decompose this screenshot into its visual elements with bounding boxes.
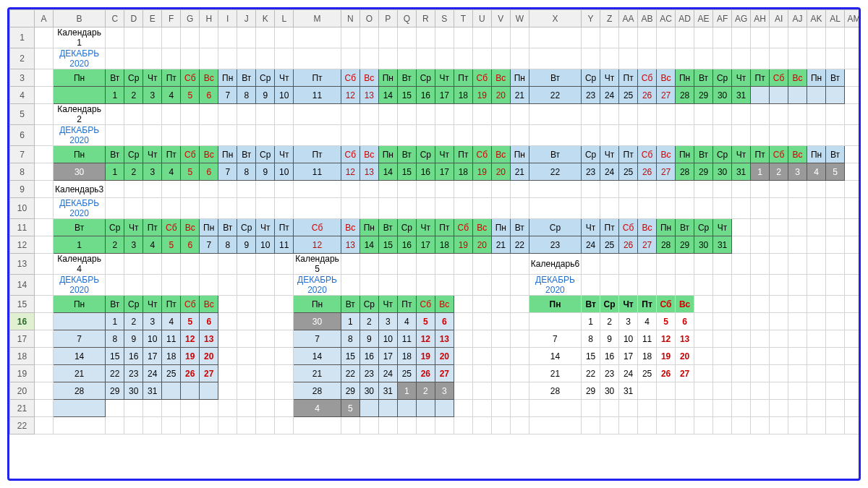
cell[interactable] xyxy=(713,382,732,400)
cell[interactable] xyxy=(676,181,694,198)
cell[interactable]: Календарь6 xyxy=(529,254,581,275)
cell[interactable] xyxy=(35,417,54,435)
cal-day[interactable]: 14 xyxy=(294,348,341,365)
cell[interactable] xyxy=(732,382,751,400)
cell[interactable] xyxy=(845,27,861,48)
cell[interactable]: 10 xyxy=(275,163,294,181)
cell[interactable]: 10 xyxy=(256,236,275,254)
cell[interactable] xyxy=(256,417,275,435)
cell[interactable] xyxy=(218,348,237,365)
cell[interactable]: Пн xyxy=(378,146,397,163)
cell[interactable] xyxy=(510,365,529,382)
cell[interactable] xyxy=(788,198,807,219)
cell[interactable] xyxy=(162,400,181,417)
cal-day[interactable]: 27 xyxy=(200,365,218,382)
cell[interactable]: Пн xyxy=(657,219,676,236)
cell[interactable] xyxy=(454,365,472,382)
cell[interactable] xyxy=(106,198,124,219)
cell[interactable] xyxy=(237,400,256,417)
cell[interactable] xyxy=(770,275,788,296)
cell[interactable]: Ср xyxy=(256,146,275,163)
cell[interactable] xyxy=(54,400,106,417)
cell[interactable] xyxy=(472,198,491,219)
cell[interactable] xyxy=(510,254,529,275)
cell[interactable] xyxy=(582,48,600,69)
cell[interactable] xyxy=(35,104,54,125)
cell[interactable] xyxy=(359,125,378,146)
cell[interactable]: Вт xyxy=(54,219,106,236)
row-header-5[interactable]: 5 xyxy=(10,104,35,125)
cell[interactable] xyxy=(256,198,275,219)
col-header-F[interactable]: F xyxy=(162,10,181,27)
cal-day[interactable]: 14 xyxy=(54,348,106,365)
cal1-dow[interactable]: Вт xyxy=(397,69,416,87)
cal1-dow[interactable]: Чт xyxy=(275,69,294,87)
cell[interactable] xyxy=(218,382,237,400)
cell[interactable] xyxy=(619,254,638,275)
cal-day[interactable]: 24 xyxy=(619,365,638,382)
cell[interactable] xyxy=(275,254,294,275)
cell[interactable] xyxy=(807,219,826,236)
cell[interactable]: 23 xyxy=(582,163,600,181)
cell[interactable]: 15 xyxy=(378,236,397,254)
cell[interactable]: Пн xyxy=(510,146,529,163)
cell[interactable] xyxy=(491,198,510,219)
cell[interactable]: 30 xyxy=(694,236,713,254)
cell[interactable] xyxy=(218,125,237,146)
cal1-day[interactable]: 29 xyxy=(694,87,713,104)
cal-day[interactable]: 7 xyxy=(529,330,581,348)
cal-day[interactable]: 12 xyxy=(416,330,435,348)
cell[interactable]: 2 xyxy=(770,163,788,181)
cell[interactable] xyxy=(106,27,124,48)
cell[interactable] xyxy=(770,181,788,198)
cell[interactable] xyxy=(397,104,416,125)
cell[interactable] xyxy=(676,198,694,219)
cell[interactable] xyxy=(713,348,732,365)
cal-day[interactable] xyxy=(397,400,416,417)
cell[interactable] xyxy=(751,198,770,219)
cal-day[interactable]: 26 xyxy=(416,365,435,382)
cal-day[interactable]: 8 xyxy=(582,330,600,348)
cell[interactable] xyxy=(218,296,237,313)
cell[interactable]: 22 xyxy=(529,163,581,181)
col-header-AK[interactable]: AK xyxy=(807,10,826,27)
cell[interactable] xyxy=(510,27,529,48)
cell[interactable] xyxy=(200,400,218,417)
cell[interactable]: Чт xyxy=(582,219,600,236)
cell[interactable] xyxy=(416,275,435,296)
cell[interactable] xyxy=(454,181,472,198)
cal-day[interactable]: 22 xyxy=(106,365,124,382)
cell[interactable] xyxy=(770,348,788,365)
cell[interactable] xyxy=(378,198,397,219)
cell[interactable]: Чт xyxy=(124,219,143,236)
row-header-7[interactable]: 7 xyxy=(10,146,35,163)
col-header-AC[interactable]: AC xyxy=(657,10,676,27)
cell[interactable]: 21 xyxy=(510,163,529,181)
dow-header[interactable]: Сб xyxy=(416,296,435,313)
cell[interactable]: Пт xyxy=(435,219,454,236)
cell[interactable] xyxy=(694,125,713,146)
cell[interactable] xyxy=(529,198,581,219)
cell[interactable] xyxy=(454,27,472,48)
row-header-18[interactable]: 18 xyxy=(10,348,35,365)
cell[interactable] xyxy=(807,417,826,435)
cell[interactable] xyxy=(826,400,845,417)
cell[interactable] xyxy=(378,417,397,435)
cal-day[interactable]: 30 xyxy=(600,382,619,400)
cell[interactable] xyxy=(600,181,619,198)
cal-day[interactable] xyxy=(54,313,106,330)
cal-day[interactable]: 30 xyxy=(294,313,341,330)
cell[interactable] xyxy=(162,125,181,146)
cell[interactable] xyxy=(35,400,54,417)
cell[interactable] xyxy=(124,48,143,69)
cal1-title[interactable]: Календарь 1 xyxy=(54,27,106,48)
cell[interactable] xyxy=(435,417,454,435)
cell[interactable] xyxy=(713,313,732,330)
row-header-2[interactable]: 2 xyxy=(10,48,35,69)
cell[interactable] xyxy=(454,400,472,417)
cal-day[interactable]: 28 xyxy=(54,382,106,400)
cal-day[interactable]: 29 xyxy=(582,382,600,400)
cell[interactable] xyxy=(845,348,861,365)
cell[interactable] xyxy=(582,198,600,219)
cal1-dow[interactable]: Пн xyxy=(378,69,397,87)
